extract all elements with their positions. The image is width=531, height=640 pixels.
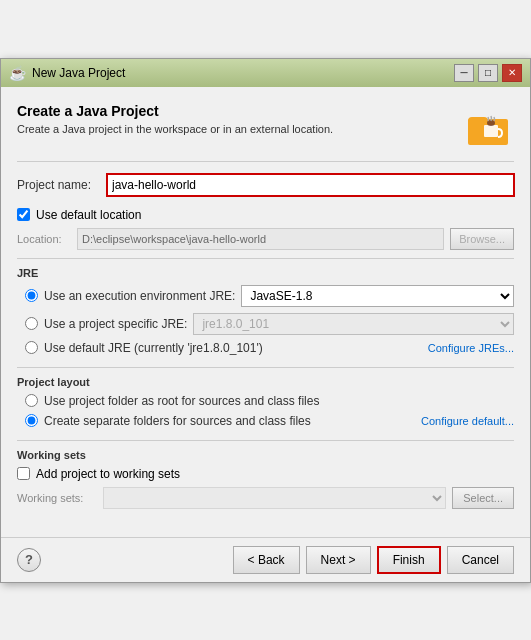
layout-option2-row: Create separate folders for sources and … <box>25 414 514 428</box>
close-button[interactable]: ✕ <box>502 64 522 82</box>
working-sets-select-button: Select... <box>452 487 514 509</box>
working-sets-section: Working sets Add project to working sets… <box>17 449 514 509</box>
use-default-location-row: Use default location <box>17 208 514 222</box>
maximize-button[interactable]: □ <box>478 64 498 82</box>
help-button[interactable]: ? <box>17 548 41 572</box>
layout-option2-label[interactable]: Create separate folders for sources and … <box>44 414 421 428</box>
footer-left: ? <box>17 548 41 572</box>
working-sets-label: Working sets <box>17 449 514 461</box>
configure-default-link[interactable]: Configure default... <box>421 415 514 427</box>
header-icon <box>466 103 514 151</box>
location-input <box>77 228 444 250</box>
jre-option2-radio[interactable] <box>25 317 38 330</box>
main-content: Create a Java Project Create a Java proj… <box>1 87 530 537</box>
title-bar-controls: ─ □ ✕ <box>454 64 522 82</box>
window: ☕ New Java Project ─ □ ✕ Create a Java P… <box>0 58 531 583</box>
back-button[interactable]: < Back <box>233 546 300 574</box>
layout-option2-radio[interactable] <box>25 414 38 427</box>
location-label: Location: <box>17 233 77 245</box>
project-layout-section: Project layout Use project folder as roo… <box>17 376 514 428</box>
working-sets-checkbox[interactable] <box>17 467 30 480</box>
jre-radio-group: Use an execution environment JRE: JavaSE… <box>17 285 514 355</box>
cancel-button[interactable]: Cancel <box>447 546 514 574</box>
jre-option1-row: Use an execution environment JRE: JavaSE… <box>25 285 514 307</box>
browse-button[interactable]: Browse... <box>450 228 514 250</box>
layout-radio-group: Use project folder as root for sources a… <box>17 394 514 428</box>
title-bar-left: ☕ New Java Project <box>9 65 125 81</box>
folder-java-icon <box>466 103 514 151</box>
layout-option1-radio[interactable] <box>25 394 38 407</box>
jre-option1-label[interactable]: Use an execution environment JRE: <box>44 289 235 303</box>
header-text: Create a Java Project Create a Java proj… <box>17 103 333 135</box>
working-sets-sets-label: Working sets: <box>17 492 97 504</box>
next-button[interactable]: Next > <box>306 546 371 574</box>
header-section: Create a Java Project Create a Java proj… <box>17 103 514 162</box>
location-row: Location: Browse... <box>17 228 514 250</box>
layout-option1-row: Use project folder as root for sources a… <box>25 394 514 408</box>
working-sets-select <box>103 487 446 509</box>
project-name-section: Project name: <box>17 174 514 196</box>
jre-section: JRE Use an execution environment JRE: Ja… <box>17 267 514 355</box>
finish-button[interactable]: Finish <box>377 546 441 574</box>
svg-rect-1 <box>484 125 498 137</box>
project-name-row: Project name: <box>17 174 514 196</box>
jre-option1-radio[interactable] <box>25 289 38 302</box>
footer: ? < Back Next > Finish Cancel <box>1 537 530 582</box>
page-description: Create a Java project in the workspace o… <box>17 123 333 135</box>
use-default-location-checkbox[interactable] <box>17 208 30 221</box>
jre-option3-content: Use default JRE (currently 'jre1.8.0_101… <box>44 341 514 355</box>
jre-option3-radio[interactable] <box>25 341 38 354</box>
jre-section-label: JRE <box>17 267 514 279</box>
working-sets-select-row: Working sets: Select... <box>17 487 514 509</box>
minimize-button[interactable]: ─ <box>454 64 474 82</box>
window-title: New Java Project <box>32 66 125 80</box>
project-name-label: Project name: <box>17 178 107 192</box>
jre-option2-row: Use a project specific JRE: jre1.8.0_101 <box>25 313 514 335</box>
jre-option2-label[interactable]: Use a project specific JRE: <box>44 317 187 331</box>
working-sets-checkbox-row: Add project to working sets <box>17 467 514 481</box>
page-title: Create a Java Project <box>17 103 333 119</box>
use-default-location-label[interactable]: Use default location <box>36 208 141 222</box>
working-sets-add-label[interactable]: Add project to working sets <box>36 467 180 481</box>
configure-jres-link[interactable]: Configure JREs... <box>428 342 514 354</box>
project-name-input[interactable] <box>107 174 514 196</box>
jre-specific-select: jre1.8.0_101 <box>193 313 514 335</box>
window-icon: ☕ <box>9 65 26 81</box>
jre-option3-label[interactable]: Use default JRE (currently 'jre1.8.0_101… <box>44 341 428 355</box>
layout-option1-label[interactable]: Use project folder as root for sources a… <box>44 394 319 408</box>
jre-option3-row: Use default JRE (currently 'jre1.8.0_101… <box>25 341 514 355</box>
project-layout-label: Project layout <box>17 376 514 388</box>
title-bar: ☕ New Java Project ─ □ ✕ <box>1 59 530 87</box>
footer-right: < Back Next > Finish Cancel <box>233 546 514 574</box>
jre-environment-select[interactable]: JavaSE-1.8 <box>241 285 514 307</box>
layout-option2-content: Create separate folders for sources and … <box>44 414 514 428</box>
